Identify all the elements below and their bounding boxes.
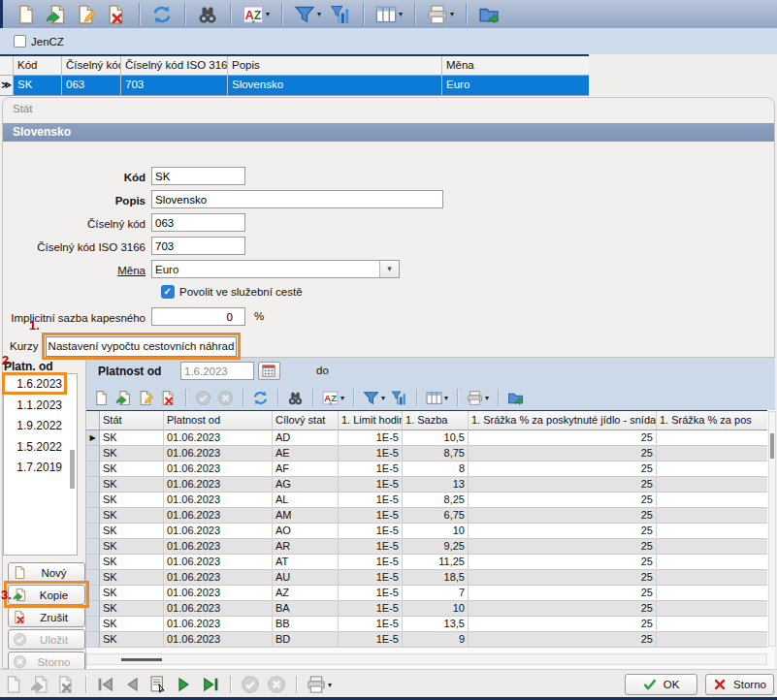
cell: 7 (403, 586, 469, 601)
dropdown-arrow-icon[interactable]: ▾ (398, 10, 403, 18)
nav-first-button[interactable] (95, 674, 116, 695)
edit-button[interactable] (75, 3, 98, 26)
table-row[interactable]: SK01.06.2023AG1E-51325 (86, 477, 767, 493)
date-item[interactable]: 1.7.2019 (4, 458, 77, 479)
ok-button[interactable]: OK (625, 674, 697, 695)
column-header[interactable]: 1. Srážka % za pos (657, 411, 767, 430)
table-row[interactable]: SK01.06.2023AE1E-58,7525 (86, 446, 767, 461)
table-row[interactable]: SK01.06.2023BD1E-5925 (86, 632, 767, 648)
kod-field[interactable] (151, 167, 245, 185)
date-item[interactable]: 1.1.2023 (4, 396, 77, 417)
tab-nastaveni-vypoctu[interactable]: Nastavení vypočtu cestovních náhrad (46, 336, 237, 357)
col-mena[interactable]: Měna (442, 56, 589, 76)
col-iso[interactable]: Číselný kód ISO 3166 (121, 56, 228, 76)
column-header[interactable]: Platnost od (164, 411, 273, 430)
date-item[interactable]: 1.9.2022 (4, 416, 77, 437)
kopie-button[interactable]: Kopie (8, 585, 85, 605)
col-ciselny-kod[interactable]: Číselný kód (62, 56, 121, 76)
dropdown-arrow-icon[interactable]: ▾ (340, 394, 344, 402)
dropdown-arrow-icon[interactable]: ▾ (265, 10, 270, 18)
dropdown-arrow-icon[interactable]: ▾ (449, 10, 454, 18)
column-header[interactable]: 1. Srážka % za poskytnuté jídlo - snídan… (469, 411, 657, 430)
sort-az-button[interactable]: AZ▾ (321, 389, 345, 407)
nav-next-button[interactable] (174, 674, 195, 695)
date-item[interactable]: 1.6.2023 (4, 374, 77, 396)
column-header[interactable]: Cílový stat (273, 411, 339, 430)
vscroll-thumb[interactable] (770, 433, 774, 459)
table-row[interactable]: SK01.06.2023BB1E-513,525 (86, 617, 767, 632)
col-kod[interactable]: Kód (14, 56, 62, 76)
new-button[interactable] (92, 389, 111, 407)
dropdown-arrow-icon[interactable]: ▾ (443, 394, 448, 402)
refresh-button[interactable] (150, 3, 174, 26)
nav-last-button[interactable] (200, 674, 221, 695)
filter-columns-button[interactable] (390, 389, 408, 407)
sort-az-button[interactable]: AZ▾ (242, 3, 271, 26)
columns-button[interactable]: ▾ (374, 3, 404, 26)
table-row[interactable]: SK01.06.2023AF1E-5825 (86, 461, 767, 477)
columns-button[interactable]: ▾ (425, 389, 449, 407)
filter-columns-button[interactable] (329, 3, 352, 26)
column-header[interactable]: 1. Sazba (403, 411, 469, 430)
filter-button[interactable]: ▾ (293, 3, 322, 26)
column-header[interactable]: 1. Limit hodin (339, 411, 403, 430)
table-row[interactable]: SK01.06.2023AR1E-59,2525 (86, 539, 767, 555)
table-row[interactable]: SK01.06.2023AU1E-518,525 (86, 570, 767, 586)
delete-button[interactable] (105, 3, 128, 26)
print-button[interactable]: ▾ (306, 674, 333, 695)
print-button[interactable]: ▾ (426, 3, 455, 26)
table-row[interactable]: ≫ SK 063 703 Slovensko Euro (0, 76, 589, 95)
tab-kurzy[interactable]: Kurzy (10, 340, 38, 352)
table-row[interactable]: SK01.06.2023AZ1E-5725 (86, 586, 767, 601)
popis-field[interactable] (151, 190, 443, 208)
date-item[interactable]: 1.5.2022 (4, 437, 77, 459)
table-row[interactable]: SK01.06.2023AL1E-58,2525 (86, 493, 767, 508)
cell: 18,5 (403, 570, 469, 586)
find-button[interactable] (286, 389, 305, 407)
dropdown-arrow-icon[interactable]: ▾ (380, 394, 385, 402)
new-button[interactable] (15, 3, 38, 26)
copy-button[interactable] (45, 3, 68, 26)
zrusit-button[interactable]: Zrušit (8, 607, 85, 627)
povolit-checkbox[interactable] (161, 285, 175, 299)
nav-prev-button[interactable] (121, 674, 143, 695)
sazba-field[interactable] (151, 307, 245, 326)
col-popis[interactable]: Popis (228, 56, 442, 76)
edit-button[interactable] (137, 389, 155, 407)
mena-combo[interactable]: Euro ▾ (151, 260, 400, 278)
dropdown-arrow-icon[interactable]: ▾ (484, 394, 489, 402)
storno-button[interactable]: Storno (705, 674, 774, 695)
jencz-checkbox[interactable] (14, 35, 26, 48)
mena-label[interactable]: Měna (0, 263, 146, 278)
iso-field[interactable] (151, 237, 245, 255)
platnost-od-field[interactable] (180, 362, 254, 380)
column-header[interactable]: Stát (100, 411, 164, 430)
rates-grid-hscrollbar[interactable] (86, 653, 767, 665)
cell: 25 (469, 524, 657, 539)
table-row[interactable]: SK01.06.2023AO1E-51025 (86, 524, 767, 539)
dropdown-arrow-icon[interactable]: ▾ (316, 10, 321, 18)
dates-scrollbar[interactable] (70, 450, 75, 489)
table-row[interactable]: SK01.06.2023AT1E-511,2525 (86, 555, 767, 570)
rates-grid-vscrollbar[interactable] (768, 411, 776, 647)
table-row[interactable]: SK01.06.2023AM1E-56,7525 (86, 508, 767, 524)
countries-grid-header: Kód Číselný kód Číselný kód ISO 3166 Pop… (0, 56, 589, 76)
find-button[interactable] (196, 3, 219, 26)
novy-button[interactable]: Nový (8, 562, 85, 583)
chevron-down-icon[interactable]: ▾ (379, 261, 399, 277)
calendar-button[interactable] (258, 362, 280, 380)
table-row[interactable]: SK01.06.2023BA1E-51025 (86, 601, 767, 617)
table-row[interactable]: ▶SK01.06.2023AD1E-510,525 (86, 430, 767, 446)
export-button[interactable] (477, 3, 501, 26)
hscroll-thumb[interactable] (121, 658, 162, 661)
copy-button[interactable] (114, 389, 133, 407)
refresh-button[interactable] (251, 389, 270, 407)
dates-list-header[interactable]: Platn. od (4, 360, 74, 373)
record-view-button[interactable] (147, 674, 169, 695)
filter-button[interactable]: ▾ (362, 389, 386, 407)
export-button[interactable] (506, 389, 525, 407)
dropdown-arrow-icon[interactable]: ▾ (327, 681, 332, 689)
ciselny-kod-field[interactable] (151, 213, 245, 232)
print-button[interactable]: ▾ (466, 389, 490, 407)
delete-button[interactable] (159, 389, 178, 407)
